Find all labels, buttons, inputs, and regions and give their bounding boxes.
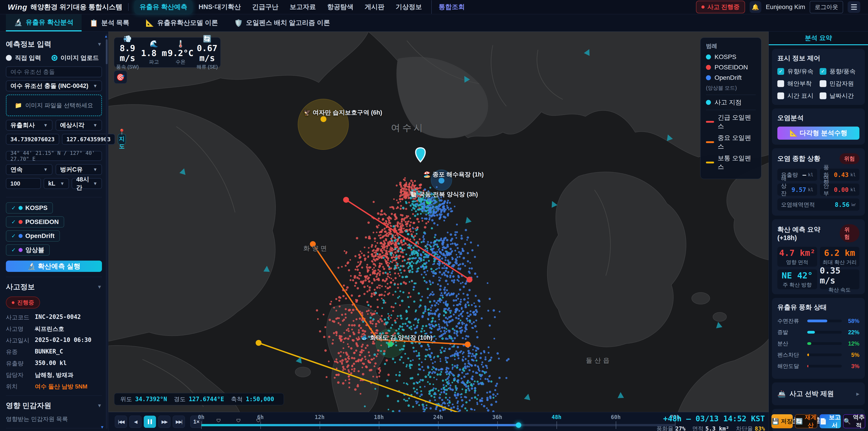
fast-forward-button[interactable]: ▶▶ — [158, 415, 170, 428]
logout-button[interactable]: 로그아웃 — [810, 1, 843, 13]
incident-row-label: 사고명 — [6, 325, 35, 333]
incident-name-input[interactable]: 여수 유조선 충돌 — [6, 66, 102, 77]
run-prediction-button[interactable]: 🔬 확산예측 실행 — [6, 260, 102, 272]
weather-label: 해류 (SE) — [194, 63, 221, 70]
incident-row: 사고일시2025-02-10 06:30 — [6, 337, 102, 344]
action-label: 저장 — [781, 418, 793, 425]
scroll-down-icon[interactable]: ▼ — [100, 425, 104, 430]
resource-label: 🦅 여자만 습지보호구역 (6h) — [303, 109, 382, 117]
skip-start-button[interactable]: |◀◀ — [115, 415, 127, 428]
display-checkboxes: ✓유향/유속✓풍향/풍속해안부착민감자원시간 표시날짜시간 — [777, 67, 860, 100]
collapse-icon: ▼ — [97, 403, 102, 409]
resource-icon: 🐚 — [410, 191, 419, 198]
radio-이미지 업로드[interactable]: 이미지 업로드 — [52, 54, 99, 62]
action-buttons: 💾저장🔄재계산📄보고서🔍역추적 — [769, 414, 868, 428]
pause-button[interactable] — [144, 415, 156, 428]
chevron-right-icon: ▶ — [856, 392, 860, 396]
tab-분석 목록[interactable]: 📋분석 목록 — [82, 14, 138, 31]
notifications-button[interactable]: 🔔 — [749, 1, 761, 13]
expected-time-select[interactable]: 예상시각 ▼ — [56, 120, 102, 131]
pick-on-map-button[interactable]: 📍 지도 — [118, 134, 126, 145]
predict-section-title[interactable]: 예측정보 입력 ▼ — [6, 39, 102, 49]
incident-row-value: BUNKER_C — [35, 348, 63, 356]
tab-label: 유출유확산모델 이론 — [157, 18, 218, 27]
model-name: KOSPS — [25, 204, 48, 212]
action-icon: 💾 — [772, 418, 779, 425]
left-sidebar: 예측정보 입력 ▼ 직접 입력이미지 업로드 여수 유조선 충돌 여수 유조선 … — [0, 32, 108, 431]
checkbox-icon[interactable]: ✓ — [819, 68, 827, 75]
model-color-dot — [19, 248, 23, 252]
incident-section-title[interactable]: 사고정보 ▼ — [6, 282, 102, 292]
timeline-stats: 풍화율27%면적5.3 km²차단율83% — [656, 425, 765, 431]
weather-value: 8.9 m/s — [114, 43, 141, 63]
incident-row-label: 담당자 — [6, 371, 35, 379]
image-upload-dropzone[interactable]: 📁 이미지 파일을 선택하세요 — [6, 94, 102, 116]
latitude-input[interactable]: 34.7392076023 — [6, 134, 59, 145]
nav-item-HNS·대기확산[interactable]: HNS·대기확산 — [194, 0, 246, 14]
action-역추적[interactable]: 🔍역추적 — [843, 414, 865, 428]
radio-직접 입력[interactable]: 직접 입력 — [6, 54, 41, 62]
status-cell-연안부착: 연안부착0.00kl — [820, 184, 860, 196]
tab-오일펜스 배치 알고리즘 이론[interactable]: 🛡️오일펜스 배치 알고리즘 이론 — [226, 14, 338, 31]
incident-select[interactable]: 여수 유조선 충돌 (INC-0042) ▼ — [6, 81, 102, 91]
radio-label: 이미지 업로드 — [61, 54, 99, 62]
nav-item-보고자료[interactable]: 보고자료 — [285, 0, 321, 14]
checkbox-유향/유속[interactable]: ✓유향/유속 — [777, 67, 817, 75]
checkbox-해안부착[interactable]: 해안부착 — [777, 80, 817, 88]
forecast-cell-영향 면적: 4.7 km²영향 면적 — [777, 247, 817, 267]
action-재계산[interactable]: 🔄재계산 — [795, 414, 817, 428]
tab-유출유 확산분석[interactable]: 🔬유출유 확산분석 — [6, 14, 82, 31]
model-chip-앙상블[interactable]: ✓앙상블 — [6, 244, 50, 256]
nav-item-항공탐색[interactable]: 항공탐색 — [322, 0, 358, 14]
unit-select[interactable]: kL ▼ — [43, 178, 69, 189]
model-chip-OpenDrift[interactable]: ✓OpenDrift — [6, 230, 60, 242]
sensitive-section-title[interactable]: 영향 민감자원 ▼ — [6, 401, 102, 411]
oil-type-select[interactable]: 벙커C유 ▼ — [56, 164, 102, 175]
tab-유출유확산모델 이론[interactable]: 📐유출유확산모델 이론 — [137, 14, 226, 31]
spill-mode-select[interactable]: 연속 ▼ — [6, 164, 53, 175]
checkbox-풍향/풍속[interactable]: ✓풍향/풍속 — [819, 67, 860, 75]
tick-36h: 36h — [492, 414, 502, 420]
duration-select[interactable]: 48시간 ▼ — [72, 178, 102, 189]
checkbox-label: 풍향/풍속 — [830, 67, 856, 75]
center-on-incident-button[interactable]: 🎯 — [114, 70, 127, 84]
checkbox-날짜시간[interactable]: 날짜시간 — [819, 92, 860, 100]
checkbox-시간 표시[interactable]: 시간 표시 — [777, 92, 817, 100]
analysis-summary-tab[interactable]: 분석 요약 — [769, 32, 868, 45]
step-back-button[interactable]: ◀ — [129, 415, 142, 428]
timeline-stat-차단율: 차단율83% — [736, 425, 765, 431]
skip-end-button[interactable]: ▶▶| — [173, 415, 185, 428]
model-chip-KOSPS[interactable]: ✓KOSPS — [6, 202, 53, 214]
map-canvas[interactable]: 💨8.9 m/s풍속 (SW)🌊1.8 m파고🌡️9.2°C수온🔄0.67 m/… — [108, 32, 769, 412]
checkbox-icon[interactable] — [819, 92, 827, 99]
nav-item-유출유 확산예측[interactable]: 유출유 확산예측 — [134, 0, 192, 14]
checkbox-icon[interactable]: ✓ — [777, 68, 784, 75]
polygon-analysis-button[interactable]: 📐 다각형 분석수행 — [777, 127, 860, 140]
nav-item-게시판[interactable]: 게시판 — [360, 0, 389, 14]
checkbox-icon[interactable] — [777, 80, 784, 87]
menu-button[interactable] — [848, 1, 860, 13]
timeline-track[interactable]: 0h6h12h18h24h36h48h60h72h🛡🛡🛡 — [201, 412, 675, 431]
checkbox-민감자원[interactable]: 민감자원 — [819, 80, 860, 88]
nav-item-통합조회[interactable]: 통합조회 — [431, 0, 470, 14]
nav-item-기상정보[interactable]: 기상정보 — [391, 0, 427, 14]
timeline-handle[interactable] — [516, 423, 521, 428]
action-저장[interactable]: 💾저장 — [772, 414, 793, 428]
forecast-cells: 4.7 km²영향 면적6.2 km최대 확산 거리NE 42°주 확산 방향0… — [777, 247, 860, 289]
action-보고서[interactable]: 📄보고서 — [819, 414, 841, 428]
ship-spec-section[interactable]: 🚢 사고 선박 제원 ▶ — [772, 382, 865, 405]
checkbox-icon[interactable] — [777, 92, 784, 99]
model-chip-POSEIDON[interactable]: ✓POSEIDON — [6, 216, 64, 227]
sidebar-scrollbar[interactable] — [106, 34, 107, 429]
weathering-증발: 증발22% — [777, 329, 860, 336]
legend-model-label: POSEIDON — [715, 64, 748, 71]
scroll-up-icon[interactable]: ▲ — [104, 34, 108, 38]
checkbox-label: 해안부착 — [787, 80, 812, 88]
amount-input[interactable]: 100 — [6, 178, 41, 189]
action-icon: 🔄 — [796, 418, 803, 425]
company-select[interactable]: 유출회사 ▼ — [6, 120, 53, 131]
forecast-cell-확산 속도: 0.35 m/s확산 속도 — [820, 269, 860, 289]
nav-item-긴급구난[interactable]: 긴급구난 — [247, 0, 283, 14]
legend-model-label: KOSPS — [715, 53, 736, 61]
checkbox-icon[interactable] — [819, 80, 827, 87]
